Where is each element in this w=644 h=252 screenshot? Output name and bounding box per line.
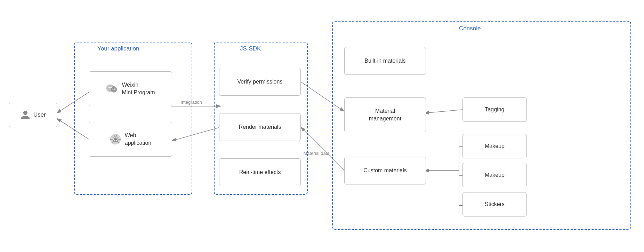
verify-perms-label: Verify permissions: [238, 78, 283, 86]
custom-mats-box: Custom materials: [344, 157, 426, 184]
web-app-icon: [110, 133, 121, 145]
tagging-label: Tagging: [485, 106, 504, 113]
svg-point-18: [113, 88, 114, 89]
custom-mats-label: Custom materials: [363, 167, 406, 174]
makeup2-box: Makeup: [462, 163, 527, 187]
your-application-region: [74, 42, 192, 195]
user-icon: [20, 110, 31, 120]
realtime-fx-box: Real-time effects: [219, 158, 301, 186]
weixin-mini-label: WeixinMini Program: [122, 81, 155, 97]
user-box: User: [9, 103, 57, 127]
console-label: Console: [459, 25, 481, 32]
web-app-box: Webapplication: [89, 122, 172, 157]
render-mats-box: Render materials: [219, 113, 301, 141]
js-sdk-label: JS-SDK: [240, 45, 261, 52]
user-label: User: [33, 111, 46, 119]
render-mats-label: Render materials: [239, 123, 281, 131]
material-mgmt-box: Materialmanagement: [344, 97, 426, 132]
svg-point-16: [109, 87, 110, 88]
svg-point-17: [111, 87, 112, 88]
svg-point-22: [114, 138, 117, 141]
verify-perms-box: Verify permissions: [219, 68, 301, 96]
makeup1-label: Makeup: [485, 142, 505, 150]
svg-point-19: [114, 88, 115, 89]
realtime-fx-label: Real-time effects: [239, 168, 281, 176]
makeup1-box: Makeup: [462, 134, 527, 158]
builtin-mats-label: Built-in materials: [364, 57, 405, 65]
tagging-box: Tagging: [462, 97, 527, 122]
diagram-container: Integration Material data Your applicati…: [0, 0, 644, 252]
web-app-label: Webapplication: [125, 132, 152, 147]
weixin-mini-box: WeixinMini Program: [89, 71, 172, 106]
material-mgmt-label: Materialmanagement: [369, 107, 401, 123]
weixin-icon: [106, 82, 118, 95]
makeup2-label: Makeup: [485, 171, 505, 179]
stickers-box: Stickers: [462, 192, 527, 216]
stickers-label: Stickers: [485, 200, 505, 208]
builtin-mats-box: Built-in materials: [344, 47, 426, 75]
svg-point-15: [111, 86, 117, 93]
your-application-label: Your application: [97, 45, 139, 52]
